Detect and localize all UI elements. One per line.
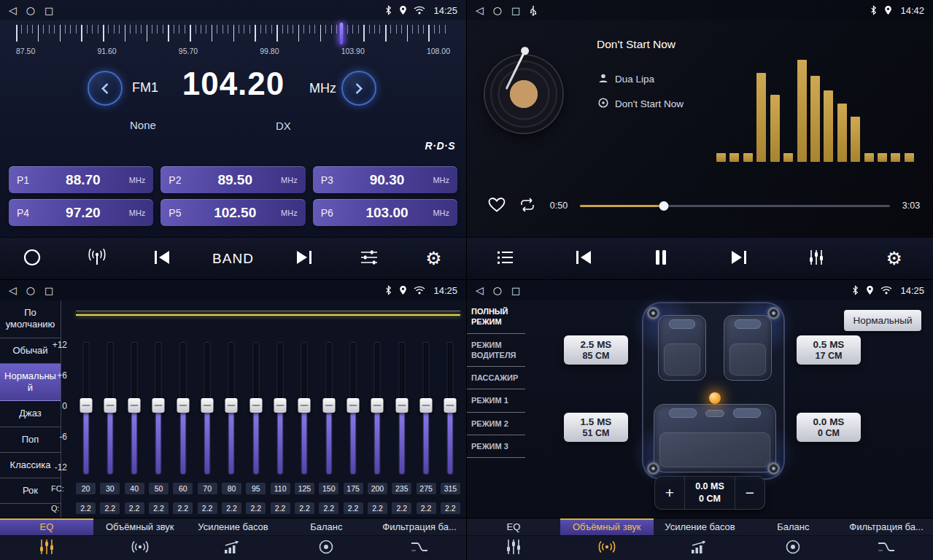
next-track-button[interactable] [724, 244, 754, 273]
mixer-button[interactable] [802, 244, 831, 273]
tab-bass-boost[interactable]: Усиление басов [654, 518, 747, 535]
slider-handle[interactable] [322, 398, 335, 413]
back-icon[interactable]: ◁ [476, 5, 484, 15]
slider-handle[interactable] [128, 398, 141, 413]
preset-p4[interactable]: P497.20MHz [9, 199, 153, 226]
slider-handle[interactable] [80, 398, 92, 413]
back-icon[interactable]: ◁ [9, 5, 17, 15]
tab-icon-bass[interactable] [187, 536, 280, 560]
rear-left-delay[interactable]: 1.5 MS51 CM [564, 413, 628, 442]
eq-band-slider[interactable] [125, 343, 144, 474]
preset-p2[interactable]: P289.50MHz [160, 166, 305, 193]
eq-band-slider[interactable] [149, 343, 169, 474]
tune-down-button[interactable] [88, 71, 123, 106]
eq-band-slider[interactable] [319, 343, 338, 474]
rear-right-speaker-icon[interactable] [767, 462, 780, 475]
slider-handle[interactable] [104, 398, 116, 413]
delay-increase-button[interactable]: + [655, 477, 684, 509]
eq-band-slider[interactable] [222, 343, 241, 474]
mode-full[interactable]: ПОЛНЫЙ РЕЖИМ [467, 300, 525, 334]
prev-track-button[interactable] [569, 244, 598, 273]
eq-band-slider[interactable] [392, 343, 411, 474]
eq-preset-normal[interactable]: Нормальный [0, 364, 61, 402]
dial-pointer[interactable] [340, 23, 344, 44]
preset-p5[interactable]: P5102.50MHz [160, 199, 305, 226]
front-right-delay[interactable]: 0.5 MS17 CM [797, 335, 861, 365]
repeat-button[interactable] [517, 197, 538, 215]
listening-position-dot[interactable] [709, 392, 721, 404]
slider-handle[interactable] [249, 398, 262, 413]
progress-thumb[interactable] [659, 201, 668, 211]
eq-band-slider[interactable] [295, 343, 314, 474]
tab-icon-filter[interactable] [373, 536, 466, 560]
slider-handle[interactable] [420, 398, 433, 413]
recents-icon[interactable]: □ [511, 286, 520, 295]
eq-band-slider[interactable] [417, 343, 436, 474]
rear-left-speaker-icon[interactable] [647, 462, 659, 475]
tab-surround[interactable]: Объёмный звук [560, 518, 654, 535]
prev-station-button[interactable] [147, 244, 177, 273]
settings-button[interactable]: ⚙ [880, 244, 909, 273]
slider-handle[interactable] [395, 398, 408, 413]
slider-handle[interactable] [444, 398, 457, 413]
delay-decrease-button[interactable]: − [735, 477, 764, 509]
tab-icon-eq[interactable] [0, 536, 93, 560]
mode-1[interactable]: РЕЖИМ 1 [467, 389, 525, 412]
tab-icon-balance[interactable] [279, 536, 373, 560]
tab-icon-bass[interactable] [654, 536, 747, 560]
slider-handle[interactable] [347, 398, 360, 413]
progress-slider[interactable] [580, 201, 890, 211]
eq-band-slider[interactable] [368, 343, 387, 474]
playlist-button[interactable] [491, 244, 520, 273]
slider-handle[interactable] [225, 398, 238, 413]
antenna-button[interactable] [82, 244, 112, 273]
eq-band-slider[interactable] [173, 343, 193, 474]
slider-handle[interactable] [201, 398, 214, 413]
pause-button[interactable] [646, 244, 675, 273]
band-button[interactable]: BAND [212, 244, 254, 273]
tab-eq[interactable]: EQ [0, 518, 93, 535]
tab-icon-surround[interactable] [560, 536, 654, 560]
favorite-button[interactable] [487, 196, 506, 216]
slider-handle[interactable] [371, 398, 384, 413]
tab-filter[interactable]: Фильтрация ба... [373, 518, 466, 535]
tab-filter[interactable]: Фильтрация ба... [840, 518, 933, 535]
eq-band-slider[interactable] [100, 343, 120, 474]
settings-button[interactable]: ⚙ [419, 244, 448, 273]
front-left-delay[interactable]: 2.5 MS85 CM [564, 335, 628, 365]
scan-button[interactable] [18, 244, 47, 273]
eq-band-slider[interactable] [344, 343, 363, 474]
mode-3[interactable]: РЕЖИМ 3 [467, 435, 525, 458]
tab-icon-balance[interactable] [746, 536, 840, 560]
tab-icon-surround[interactable] [93, 536, 187, 560]
eq-band-slider[interactable] [246, 343, 266, 474]
mode-passenger[interactable]: ПАССАЖИР [467, 367, 525, 389]
tab-balance[interactable]: Баланс [279, 518, 373, 535]
recents-icon[interactable]: □ [44, 6, 53, 15]
back-icon[interactable]: ◁ [9, 285, 17, 295]
eq-band-slider[interactable] [271, 343, 290, 474]
frequency-dial[interactable]: 87.50 91.60 95.70 99.80 103.90 108.00 [16, 23, 450, 58]
tune-sliders-button[interactable] [355, 244, 384, 273]
home-icon[interactable]: ○ [26, 285, 35, 295]
preset-p3[interactable]: P390.30MHz [313, 166, 457, 193]
slider-handle[interactable] [177, 398, 189, 413]
tab-eq[interactable]: EQ [467, 518, 560, 535]
recents-icon[interactable]: □ [44, 286, 53, 295]
eq-band-slider[interactable] [76, 343, 96, 474]
home-icon[interactable]: ○ [493, 285, 502, 295]
preset-p6[interactable]: P6103.00MHz [313, 199, 457, 226]
tab-icon-eq[interactable] [467, 536, 560, 560]
eq-preset-default[interactable]: По умолчанию [0, 300, 61, 338]
front-left-speaker-icon[interactable] [647, 307, 659, 319]
tab-surround[interactable]: Объёмный звук [93, 518, 187, 535]
tab-icon-filter[interactable] [840, 536, 933, 560]
mode-2[interactable]: РЕЖИМ 2 [467, 413, 525, 435]
recents-icon[interactable]: □ [511, 6, 520, 15]
slider-handle[interactable] [274, 398, 287, 413]
next-station-button[interactable] [290, 244, 319, 273]
eq-preset-shortcut-button[interactable]: Нормальный [844, 310, 921, 331]
front-right-speaker-icon[interactable] [767, 307, 780, 319]
tab-bass-boost[interactable]: Усиление басов [187, 518, 280, 535]
home-icon[interactable]: ○ [493, 5, 502, 15]
